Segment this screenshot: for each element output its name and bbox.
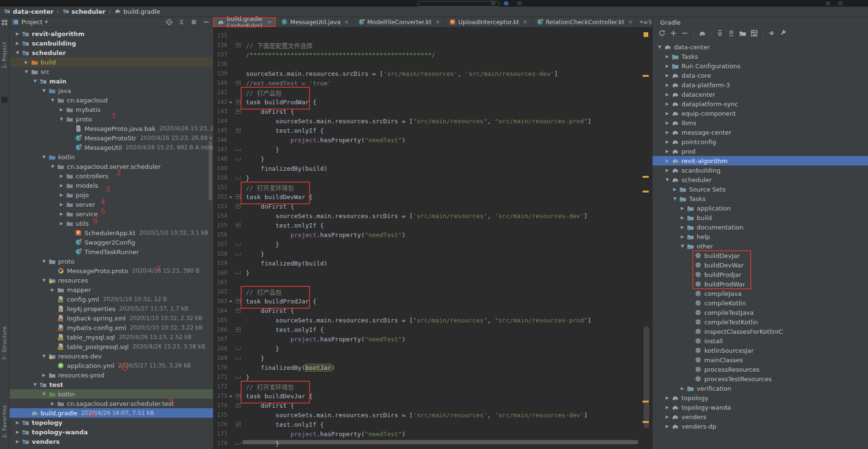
expand-arrow-icon[interactable]: ▶: [48, 287, 57, 292]
toolbar-dim-icon[interactable]: [517, 1, 522, 5]
tree-row-install[interactable]: install: [653, 336, 868, 346]
expand-arrow-icon[interactable]: ▶: [663, 92, 672, 97]
editor-tab-modelfileconverter-kt[interactable]: CModelFileConverter.kt×: [354, 17, 445, 27]
tree-row-inspectclassesforkotlinic[interactable]: inspectClassesForKotlinIC: [653, 327, 868, 336]
tree-row-venders-dp[interactable]: ▶venders-dp: [653, 422, 868, 431]
tree-row-dataplatform-sync[interactable]: ▶dataplatform-sync: [653, 99, 868, 109]
code-line-156[interactable]: 156 project.hasProperty("needTest"): [213, 230, 652, 239]
tree-row-topology[interactable]: ▶topology: [653, 393, 868, 403]
tree-row-prod[interactable]: ▶prod: [653, 147, 868, 156]
code-line-145[interactable]: 145 test.onlyIf {: [213, 126, 652, 135]
tool-window-switcher-icon[interactable]: [1, 19, 8, 26]
tree-row-pojo[interactable]: ▶pojo: [9, 190, 213, 200]
code-line-147[interactable]: 147 }: [213, 145, 652, 154]
fold-marker-icon[interactable]: [235, 176, 242, 179]
tree-row-help[interactable]: ▶help: [653, 232, 868, 241]
tree-row-service[interactable]: ▶service5: [9, 209, 213, 219]
tree-row-verification[interactable]: ▶verification: [653, 384, 868, 393]
code-line-141[interactable]: 141// 打产品包: [213, 88, 652, 97]
expand-arrow-icon[interactable]: ▶: [663, 414, 672, 419]
expand-arrow-icon[interactable]: ▼: [22, 69, 31, 74]
tree-row-cn-sagacloud[interactable]: ▼cn.sagacloud: [9, 95, 213, 105]
tree-row-message-center[interactable]: ▶message-center: [653, 128, 868, 137]
tree-row-scanbuilding[interactable]: ▶scanbuilding: [653, 165, 868, 175]
code-line-159[interactable]: 159 finalizedBy(build): [213, 258, 652, 268]
expand-arrow-icon[interactable]: ▶: [13, 41, 22, 46]
fold-marker-icon[interactable]: [235, 327, 242, 332]
tree-row-resources-dev[interactable]: ▼resources-dev: [9, 351, 213, 361]
tree-row-application-yml[interactable]: application.yml2020/5/27 11:35, 3.26 kB: [9, 361, 213, 370]
gradle-icon[interactable]: [698, 28, 707, 38]
tree-row-builddevwar[interactable]: buildDevWar: [653, 260, 868, 270]
tree-row-schedulerapp-kt[interactable]: KSchedulerApp.kt2020/1/10 10:32, 3.1 kB: [9, 228, 213, 238]
offline-icon[interactable]: [767, 28, 776, 38]
tree-row-revit-algorithm[interactable]: ▶revit-algorithm: [653, 156, 868, 165]
code-line-166[interactable]: 166 test.onlyIf {: [213, 325, 652, 334]
expand-arrow-icon[interactable]: ▶: [663, 424, 672, 429]
expand-arrow-icon[interactable]: ▶: [663, 120, 672, 125]
expand-arrow-icon[interactable]: ▼: [13, 50, 22, 55]
expand-arrow-icon[interactable]: ▼: [57, 117, 66, 121]
tree-row-controllers[interactable]: ▶controllers2: [9, 171, 213, 181]
tree-row-main[interactable]: ▼main: [9, 76, 213, 86]
tree-row-resources-prod[interactable]: ▶resources-prod: [9, 370, 213, 380]
collapse-all-icon[interactable]: [177, 18, 186, 27]
code-line-173[interactable]: 173▶task buildDevJar {: [213, 391, 652, 401]
tree-row-build[interactable]: ▶build: [653, 213, 868, 222]
tree-row-compiletestkotlin[interactable]: compileTestKotlin: [653, 317, 868, 327]
expand-arrow-icon[interactable]: ▼: [31, 382, 39, 387]
tree-row-topology[interactable]: ▶topology: [9, 418, 213, 427]
toolbar-blue-icon[interactable]: [504, 1, 508, 5]
stripe-warning-mark[interactable]: [643, 421, 649, 423]
stripe-warning-mark[interactable]: [643, 401, 649, 403]
run-task-icon[interactable]: ▶: [227, 192, 235, 202]
tree-row-models[interactable]: ▶models3: [9, 181, 213, 190]
expand-arrow-icon[interactable]: ▼: [31, 79, 39, 83]
code-line-144[interactable]: 144 sourceSets.main.resources.srcDirs = …: [213, 116, 652, 126]
expand-arrow-icon[interactable]: ▶: [663, 111, 672, 116]
expand-arrow-icon[interactable]: ▶: [57, 221, 66, 226]
fold-marker-icon[interactable]: [235, 43, 242, 47]
tree-row-application[interactable]: ▶application: [653, 203, 868, 213]
editor-tab-messageutil-java[interactable]: CMessageUtil.java×: [277, 17, 354, 27]
code-line-167[interactable]: 167 project.hasProperty("needTest"): [213, 334, 652, 344]
hidden-tabs-indicator[interactable]: ▼≡5: [640, 17, 652, 27]
close-icon[interactable]: ×: [267, 19, 271, 25]
tree-row-test[interactable]: ▼test: [9, 380, 213, 389]
expand-arrow-icon[interactable]: ▶: [13, 31, 22, 36]
code-line-171[interactable]: 171}: [213, 372, 652, 382]
tree-row-resources[interactable]: ▼resources: [9, 275, 213, 285]
toolbar-dim-icon[interactable]: [826, 1, 830, 5]
code-line-157[interactable]: 157 }: [213, 239, 652, 249]
code-line-152[interactable]: 152▶task buildDevWar {: [213, 192, 652, 202]
tree-row-log4j-properties[interactable]: log4j.properties2020/5/27 11:37, 1.7 kB: [9, 304, 213, 313]
hide-panel-icon[interactable]: [202, 18, 210, 27]
source-sets-icon[interactable]: [738, 28, 747, 38]
close-icon[interactable]: ×: [523, 19, 527, 25]
tree-row-messageprotostr[interactable]: CMessageProtoStr2020/4/26 15:23, 26.89 k…: [9, 133, 213, 143]
expand-arrow-icon[interactable]: ▶: [663, 139, 672, 144]
expand-arrow-icon[interactable]: ▶: [57, 202, 66, 207]
refresh-icon[interactable]: [657, 28, 667, 38]
tree-row-run-configurations[interactable]: ▶Run Configurations: [653, 61, 868, 71]
tree-row-kotlinsourcesjar[interactable]: kotlinSourcesJar: [653, 346, 868, 355]
expand-arrow-icon[interactable]: ▼: [40, 278, 48, 283]
expand-arrow-icon[interactable]: ▶: [48, 401, 57, 406]
expand-arrow-icon[interactable]: ▼: [40, 259, 48, 264]
expand-arrow-icon[interactable]: ▼: [48, 164, 57, 169]
tree-row-documentation[interactable]: ▶documentation: [653, 222, 868, 232]
fold-marker-icon[interactable]: [235, 252, 242, 255]
expand-arrow-icon[interactable]: ▶: [671, 187, 679, 192]
toolbar-dim-icon[interactable]: [838, 1, 842, 5]
code-line-155[interactable]: 155 test.onlyIf {: [213, 220, 652, 230]
tree-row-data-platform-3[interactable]: ▶data-platform-3: [653, 80, 868, 90]
code-line-140[interactable]: 140//ext.needTest = 'true': [213, 78, 652, 88]
code-line-164[interactable]: 164 doFirst {: [213, 306, 652, 315]
code-line-143[interactable]: 143 doFirst {: [213, 107, 652, 116]
fold-marker-icon[interactable]: [235, 308, 242, 313]
expand-arrow-icon[interactable]: ▶: [663, 149, 672, 154]
tree-row-messageproto-proto[interactable]: MessageProto.proto2020/4/26 15:23, 390 B…: [9, 266, 213, 275]
expand-arrow-icon[interactable]: ▶: [13, 420, 22, 425]
tree-row-messageutil[interactable]: CMessageUtil2020/4/26 15:23, 992 B A min…: [9, 143, 213, 152]
code-line-148[interactable]: 148 }: [213, 154, 652, 164]
